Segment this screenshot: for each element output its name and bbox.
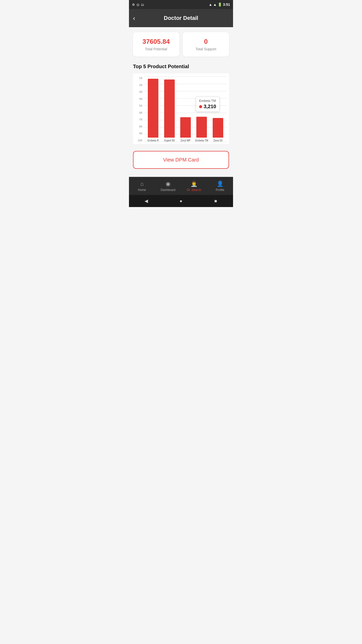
header: ‹ Doctor Detail — [129, 9, 233, 27]
settings-icon: ⚙ — [132, 3, 135, 7]
time-display: 3:51 — [223, 3, 230, 7]
nav-item-home[interactable]: ⌂ Home — [129, 177, 155, 195]
y-label-7k: 7K — [135, 118, 143, 121]
nav-label-dashboard: Dashboard — [161, 188, 175, 192]
bar-label-xygrel-90: Xygrel 90 — [164, 139, 174, 142]
back-button[interactable]: ‹ — [133, 14, 135, 22]
bar-label-zava-50: Zava 50 — [213, 139, 222, 142]
total-support-value: 0 — [187, 38, 225, 46]
bar-xygrel-90[interactable] — [164, 79, 175, 138]
total-potential-card: 37605.84 Total Potential — [133, 32, 179, 57]
chart-section-title: Top 5 Product Potential — [133, 64, 229, 69]
dr-search-icon: 👨‍⚕️ — [191, 181, 197, 187]
status-bar: ⚙ ◎ 🗂 ▲ ▲ 🔋 3:51 — [129, 0, 233, 9]
tooltip-product: Embeta TM — [199, 99, 216, 103]
bar-embeta-tm[interactable] — [196, 117, 207, 138]
tooltip-value-row: 3,210 — [199, 104, 216, 109]
bar-label-embeta-tm: Embeta TM — [195, 139, 208, 142]
dashboard-icon: ◉ — [166, 181, 170, 187]
tooltip-value: 3,210 — [204, 104, 216, 109]
main-content: 37605.84 Total Potential 0 Total Support… — [129, 27, 233, 177]
total-potential-value: 37605.84 — [137, 38, 175, 46]
summary-cards: 37605.84 Total Potential 0 Total Support — [133, 32, 229, 57]
y-label-9k: 9K — [135, 132, 143, 135]
bar-chart: 10K 9K 8K 7K 6K 5K 4K 3K 2K 1K — [133, 73, 229, 144]
signal-icon: ▲ — [213, 3, 217, 7]
home-icon: ⌂ — [140, 181, 144, 187]
y-label-8k: 8K — [135, 125, 143, 128]
y-axis: 10K 9K 8K 7K 6K 5K 4K 3K 2K 1K — [135, 76, 144, 142]
chart-tooltip: Embeta TM 3,210 — [196, 97, 219, 112]
profile-icon: 👤 — [217, 181, 223, 187]
nav-label-home: Home — [138, 188, 146, 192]
system-nav: ◀ ● ■ — [129, 195, 233, 207]
sd-card-icon: 🗂 — [141, 3, 144, 7]
nav-label-profile: Profile — [216, 188, 224, 192]
tooltip-dot — [199, 105, 202, 108]
nav-item-dashboard[interactable]: ◉ Dashboard — [155, 177, 181, 195]
nav-label-dr-search: Dr. Search — [187, 188, 201, 192]
wifi-icon: ▲ — [209, 3, 212, 7]
status-icons-left: ⚙ ◎ 🗂 — [132, 3, 144, 7]
bar-col-embeta-r: Embeta R — [145, 76, 161, 142]
total-potential-label: Total Potential — [137, 47, 175, 51]
bar-col-zoryl-mp: Zoryl MP — [177, 76, 194, 142]
chart-area: 10K 9K 8K 7K 6K 5K 4K 3K 2K 1K — [135, 76, 227, 142]
bar-label-zoryl-mp: Zoryl MP — [180, 139, 191, 142]
y-label-3k: 3K — [135, 90, 143, 93]
view-dpm-button[interactable]: View DPM Card — [133, 151, 229, 169]
recents-system-button[interactable]: ■ — [213, 198, 219, 204]
y-label-2k: 2K — [135, 84, 143, 87]
total-support-label: Total Support — [187, 47, 225, 51]
nav-item-dr-search[interactable]: 👨‍⚕️ Dr. Search — [181, 177, 207, 195]
bottom-nav: ⌂ Home ◉ Dashboard 👨‍⚕️ Dr. Search 👤 Pro… — [129, 177, 233, 195]
bar-zoryl-mp[interactable] — [180, 117, 191, 138]
bar-zava-50[interactable] — [213, 118, 223, 138]
y-label-10k: 10K — [135, 139, 143, 142]
chart-grid-bars: Embeta TM 3,210 Embeta R Xygr — [144, 76, 227, 142]
lens-icon: ◎ — [137, 3, 139, 7]
y-label-1k: 1K — [135, 76, 143, 79]
home-system-button[interactable]: ● — [178, 198, 184, 204]
status-icons-right: ▲ ▲ 🔋 3:51 — [209, 3, 230, 7]
page-title: Doctor Detail — [164, 15, 198, 21]
bar-embeta-r[interactable] — [148, 79, 158, 138]
y-label-4k: 4K — [135, 97, 143, 100]
bar-col-xygrel-90: Xygrel 90 — [161, 76, 177, 142]
y-label-6k: 6K — [135, 111, 143, 114]
y-label-5k: 5K — [135, 104, 143, 107]
nav-item-profile[interactable]: 👤 Profile — [207, 177, 233, 195]
battery-icon: 🔋 — [218, 3, 222, 7]
back-system-button[interactable]: ◀ — [143, 198, 149, 204]
total-support-card: 0 Total Support — [183, 32, 229, 57]
bar-label-embeta-r: Embeta R — [148, 139, 159, 142]
